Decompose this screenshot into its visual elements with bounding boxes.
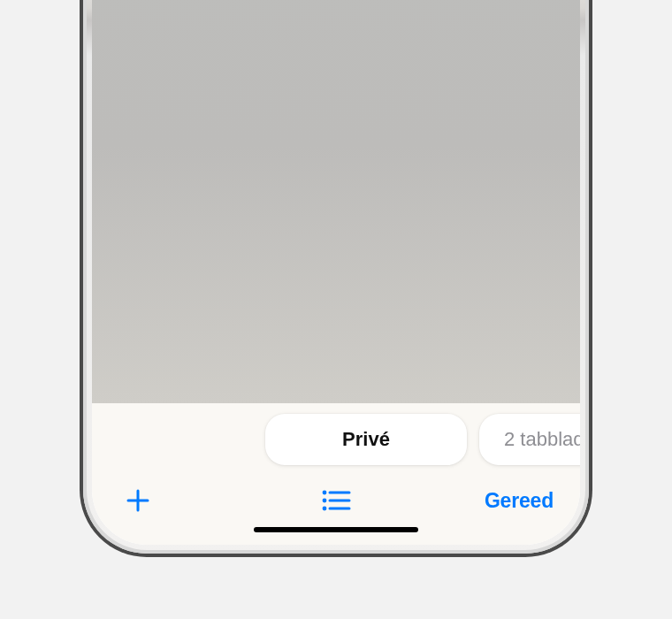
tab-group-pill-active[interactable]: Privé [265, 414, 467, 465]
plus-icon [125, 487, 151, 514]
bottom-bar: Privé 2 tabblade [92, 403, 580, 545]
list-icon [321, 489, 351, 512]
tab-groups-list-button[interactable] [317, 481, 355, 520]
tab-overview-area[interactable] [92, 0, 580, 403]
svg-point-2 [323, 507, 327, 511]
device-frame: Privé 2 tabblade [80, 0, 592, 557]
done-button[interactable]: Gereed [485, 489, 554, 513]
toolbar: Gereed [92, 465, 580, 520]
svg-point-1 [323, 499, 327, 503]
tab-group-scroller[interactable]: Privé 2 tabblade [92, 414, 580, 465]
home-indicator[interactable] [254, 527, 418, 532]
svg-point-0 [323, 491, 327, 495]
tab-group-pill-next[interactable]: 2 tabblade [479, 414, 580, 465]
new-tab-button[interactable] [118, 481, 157, 520]
screen: Privé 2 tabblade [92, 0, 580, 545]
